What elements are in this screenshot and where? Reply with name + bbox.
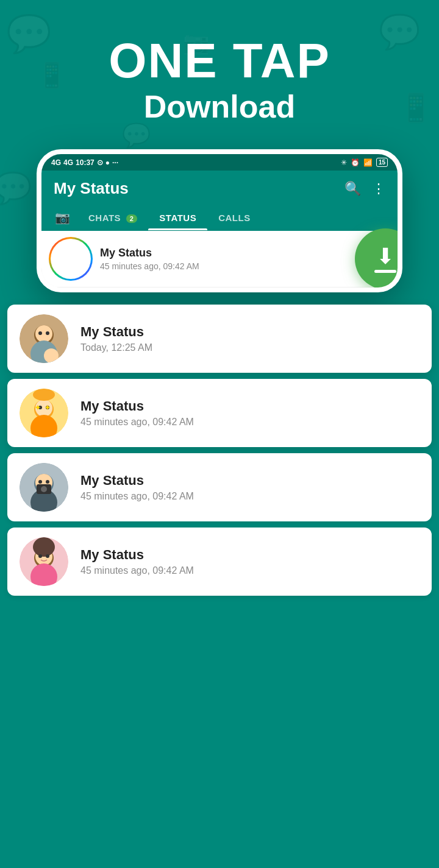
phone-avatar-wrap	[51, 239, 90, 278]
svg-point-13	[44, 348, 59, 363]
svg-point-30	[46, 480, 49, 484]
phone-status-time: 45 minutes ago, 09:42 AM	[100, 261, 388, 271]
tab-chats[interactable]: CHATS 2	[77, 205, 148, 230]
avatar-person-3	[20, 463, 68, 512]
avatar-person-1	[20, 314, 68, 363]
whatsapp-icon: ⊙	[97, 158, 103, 167]
list-avatar-2: ✦ ✦	[20, 389, 68, 437]
svg-point-39	[46, 554, 49, 558]
hero-main-text: ONE TAP	[0, 37, 439, 85]
status-bar-left: 4G 4G 10:37 ⊙ ● ···	[51, 158, 118, 167]
phone-mockup: 4G 4G 10:37 ⊙ ● ··· ✳ ⏰ 📶 15 My Status	[0, 149, 439, 292]
download-bar-icon	[374, 270, 396, 273]
svg-point-15	[46, 331, 49, 335]
app-bar-icons: 🔍 ⋮	[344, 181, 385, 197]
svg-point-22	[33, 389, 55, 401]
download-button[interactable]: ⬇	[355, 228, 402, 289]
wifi-icon: 📶	[363, 158, 373, 167]
chats-badge: 2	[126, 214, 138, 223]
list-item[interactable]: ✦ ✦ My Status 45 minutes ago, 09:42 AM	[7, 379, 432, 447]
calls-label: CALLS	[218, 213, 251, 223]
list-item[interactable]: My Status Today, 12:25 AM	[7, 305, 432, 373]
tab-camera[interactable]: 📷	[48, 204, 77, 231]
list-text-4: My Status 45 minutes ago, 09:42 AM	[80, 547, 419, 576]
tab-status[interactable]: STATUS	[148, 205, 207, 230]
list-item[interactable]: My Status 45 minutes ago, 09:42 AM	[7, 453, 432, 521]
page-container: 💬 💬 📱 📱 💬 📷 💬 📱 ONE TAP Download 4G 4G 1…	[0, 0, 439, 868]
message-icon: ●	[105, 158, 110, 167]
status-bar-right: ✳ ⏰ 📶 15	[341, 158, 388, 167]
avatar-person-2: ✦ ✦	[20, 389, 68, 437]
battery-indicator: 15	[376, 158, 388, 167]
list-time-1: Today, 12:25 AM	[80, 342, 419, 353]
list-name-1: My Status	[80, 324, 419, 340]
status-time: 10:37	[76, 158, 95, 167]
list-time-4: 45 minutes ago, 09:42 AM	[80, 565, 419, 576]
tab-calls[interactable]: CALLS	[207, 205, 262, 230]
list-avatar-3	[20, 463, 68, 512]
list-time-2: 45 minutes ago, 09:42 AM	[80, 417, 419, 428]
status-label: STATUS	[159, 213, 196, 223]
hero-sub-text: Download	[0, 88, 439, 125]
rainbow-border	[49, 237, 93, 281]
phone-status-text: My Status 45 minutes ago, 09:42 AM	[100, 247, 388, 271]
list-item[interactable]: My Status 45 minutes ago, 09:42 AM	[7, 528, 432, 596]
list-text-2: My Status 45 minutes ago, 09:42 AM	[80, 398, 419, 428]
chats-label: CHATS	[88, 213, 121, 223]
phone-screen: 4G 4G 10:37 ⊙ ● ··· ✳ ⏰ 📶 15 My Status	[37, 149, 402, 292]
hero-section: ONE TAP Download	[0, 0, 439, 143]
list-name-4: My Status	[80, 547, 419, 563]
svg-point-38	[38, 554, 42, 558]
download-arrow-icon: ⬇	[376, 245, 394, 267]
list-time-3: 45 minutes ago, 09:42 AM	[80, 491, 419, 502]
phone-status-item[interactable]: My Status 45 minutes ago, 09:42 AM ⬇	[41, 231, 398, 288]
phone-status-name: My Status	[100, 247, 388, 259]
more-options-icon[interactable]: ⋮	[372, 181, 385, 197]
status-list-phone: My Status 45 minutes ago, 09:42 AM ⬇	[41, 231, 398, 288]
tab-bar: 📷 CHATS 2 STATUS CALLS	[41, 204, 398, 231]
svg-text:✦: ✦	[34, 403, 41, 412]
search-icon[interactable]: 🔍	[344, 181, 361, 197]
svg-point-32	[41, 486, 47, 492]
app-bar: My Status 🔍 ⋮	[41, 171, 398, 204]
dots-icon: ···	[112, 158, 118, 167]
list-text-3: My Status 45 minutes ago, 09:42 AM	[80, 473, 419, 502]
list-name-3: My Status	[80, 473, 419, 489]
avatar-person-4	[20, 537, 68, 586]
svg-point-14	[38, 331, 42, 335]
list-section: My Status Today, 12:25 AM	[0, 292, 439, 596]
alarm-icon: ⏰	[351, 158, 360, 167]
svg-point-11	[35, 325, 52, 342]
list-text-1: My Status Today, 12:25 AM	[80, 324, 419, 353]
signal-4g-1: 4G	[51, 158, 61, 167]
svg-point-36	[33, 537, 55, 557]
svg-text:✦: ✦	[44, 403, 51, 412]
list-avatar-4	[20, 537, 68, 586]
app-title: My Status	[54, 179, 129, 198]
status-bar: 4G 4G 10:37 ⊙ ● ··· ✳ ⏰ 📶 15	[41, 154, 398, 171]
bluetooth-icon: ✳	[341, 158, 347, 167]
list-avatar-1	[20, 314, 68, 363]
list-name-2: My Status	[80, 398, 419, 414]
svg-point-29	[38, 480, 42, 484]
signal-4g-2: 4G	[63, 158, 73, 167]
